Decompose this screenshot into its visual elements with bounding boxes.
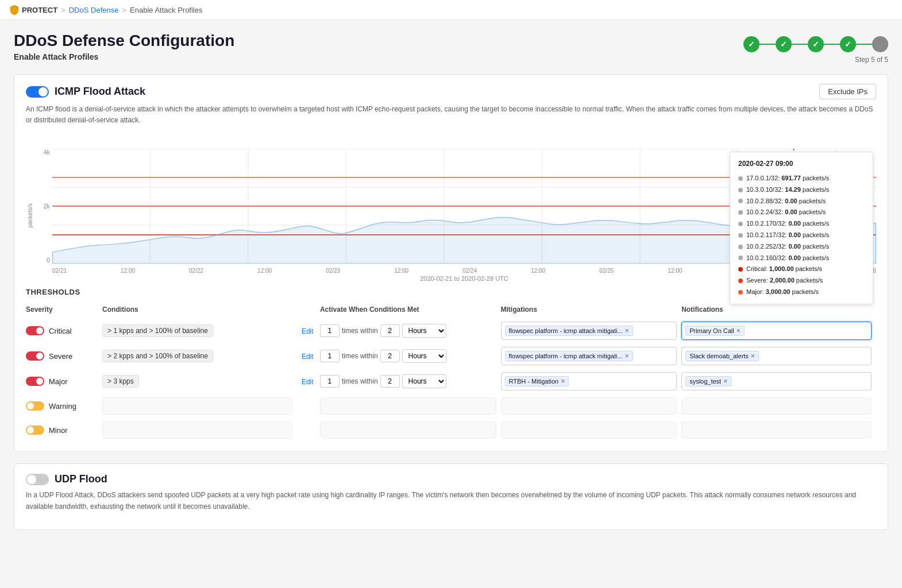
x-12-00-3: 12:00 xyxy=(394,268,408,274)
x-02-25: 02/25 xyxy=(599,268,614,274)
critical-times-input[interactable] xyxy=(320,324,340,337)
severe-mitigation-box[interactable]: flowspec platform - icmp attack mitigati… xyxy=(501,347,677,365)
major-notification-box[interactable]: syslog_test × xyxy=(681,372,872,390)
warning-activate-empty xyxy=(320,397,496,415)
critical-notification-box[interactable]: Primary On Call × xyxy=(681,322,872,340)
severe-times-input[interactable] xyxy=(320,350,340,362)
major-window-unit-select[interactable]: Hours Minutes Days xyxy=(402,374,446,388)
major-activate-row: times within Hours Minutes Days xyxy=(320,374,496,388)
major-notification-tag-remove[interactable]: × xyxy=(723,377,727,385)
minor-label: Minor xyxy=(49,426,68,435)
critical-conditions: > 1 kpps and > 100% of baseline xyxy=(102,318,297,343)
severe-notification-tag-remove[interactable]: × xyxy=(751,352,755,360)
minor-toggle[interactable] xyxy=(26,425,44,435)
tooltip-dot-2 xyxy=(738,199,743,203)
th-mitigations: Mitigations xyxy=(501,302,682,318)
severe-label: Severe xyxy=(49,352,72,361)
severe-mitigation: flowspec platform - icmp attack mitigati… xyxy=(501,343,682,369)
udp-toggle[interactable] xyxy=(26,474,49,485)
x-12-00-1: 12:00 xyxy=(121,268,135,274)
udp-header: UDP Flood xyxy=(26,473,876,485)
critical-times-label: times within xyxy=(342,327,378,335)
major-mitigation-tag-remove[interactable]: × xyxy=(561,377,565,385)
critical-window-unit-select[interactable]: Hours Minutes Days xyxy=(402,324,446,338)
udp-title: UDP Flood xyxy=(26,473,107,485)
tooltip-row-3: 10.0.2.24/32: 0.00 packets/s xyxy=(738,207,865,218)
chart-tooltip: 2020-02-27 09:00 17.0.0.1/32: 691.77 pac… xyxy=(730,152,873,304)
tooltip-dot-sev xyxy=(738,278,743,283)
th-activate: Activate When Conditions Met xyxy=(320,302,501,318)
tooltip-title: 2020-02-27 09:00 xyxy=(738,158,865,171)
step-4: ✓ xyxy=(840,36,856,52)
tooltip-dot-5 xyxy=(738,233,743,238)
tooltip-row-0: 17.0.0.1/32: 691.77 packets/s xyxy=(738,173,865,184)
tooltip-row-crit: Critical: 1,000.00 packets/s xyxy=(738,264,865,275)
severe-activate-row: times within Hours Minutes Days xyxy=(320,349,496,363)
breadcrumb-current: Enable Attack Profiles xyxy=(130,6,202,14)
severe-mitigation-tag-remove[interactable]: × xyxy=(625,352,629,360)
udp-toggle-knob xyxy=(27,475,36,484)
breadcrumb-sep-1: > xyxy=(61,6,65,14)
chart-wrapper: ↻ Refresh ⬚ View in Explorer packets/s 4… xyxy=(26,149,876,282)
warning-label: Warning xyxy=(49,402,76,411)
step-5 xyxy=(872,36,888,52)
th-conditions: Conditions xyxy=(102,302,297,318)
critical-mitigation-box[interactable]: flowspec platform - icmp attack mitigati… xyxy=(501,322,677,340)
minor-severity-cell: Minor xyxy=(26,425,98,435)
critical-toggle[interactable] xyxy=(26,326,44,335)
tooltip-dot-crit xyxy=(738,267,743,272)
y-tick-0: 0 xyxy=(47,257,50,264)
exclude-ips-button[interactable]: Exclude IPs xyxy=(819,84,876,99)
severe-edit-link[interactable]: Edit xyxy=(302,353,314,361)
major-condition-badge: > 3 kpps xyxy=(102,375,139,388)
th-empty xyxy=(297,302,320,318)
tooltip-dot-3 xyxy=(738,210,743,215)
critical-edit-link[interactable]: Edit xyxy=(302,327,314,335)
step-2: ✓ xyxy=(776,36,792,52)
tooltip-row-6: 10.0.2.252/32: 0.00 packets/s xyxy=(738,241,865,253)
major-mitigation-box[interactable]: RTBH - Mitigation × xyxy=(501,372,677,390)
severe-activate: times within Hours Minutes Days xyxy=(320,343,501,369)
critical-window-input[interactable] xyxy=(380,324,400,337)
tooltip-row-sev: Severe: 2,000.00 packets/s xyxy=(738,275,865,287)
udp-description: In a UDP Flood Attack, DDoS attackers se… xyxy=(26,490,876,512)
major-toggle[interactable] xyxy=(26,377,44,386)
minor-notification-empty xyxy=(681,421,872,439)
x-02-24: 02/24 xyxy=(462,268,477,274)
major-times-input[interactable] xyxy=(320,375,340,388)
row-warning: Warning xyxy=(26,394,876,418)
y-tick-2k: 2k xyxy=(43,203,50,210)
severe-mitigation-tag: flowspec platform - icmp attack mitigati… xyxy=(505,351,633,361)
severe-toggle[interactable] xyxy=(26,351,44,361)
x-02-22: 02/22 xyxy=(189,268,203,274)
breadcrumb-ddos[interactable]: DDoS Defense xyxy=(69,6,119,14)
severe-window-unit-select[interactable]: Hours Minutes Days xyxy=(402,349,446,363)
minor-mitigation-empty xyxy=(501,421,677,439)
page-header: DDoS Defense Configuration Enable Attack… xyxy=(14,32,888,64)
icmp-description: An ICMP flood is a denial-of-service att… xyxy=(26,104,876,126)
warning-toggle[interactable] xyxy=(26,401,44,411)
tooltip-row-7: 10.0.2.160/32: 0.00 packets/s xyxy=(738,253,865,264)
warning-severity-cell: Warning xyxy=(26,401,98,411)
warning-notification-empty xyxy=(681,397,872,415)
critical-mitigation: flowspec platform - icmp attack mitigati… xyxy=(501,318,682,343)
critical-mitigation-tag-remove[interactable]: × xyxy=(625,327,629,335)
tooltip-row-4: 10.0.2.170/32: 0.00 packets/s xyxy=(738,218,865,230)
header-left: DDoS Defense Configuration Enable Attack… xyxy=(14,32,234,61)
severe-window-input[interactable] xyxy=(380,350,400,362)
major-edit-link[interactable]: Edit xyxy=(302,378,314,386)
icmp-toggle[interactable] xyxy=(26,86,49,98)
icmp-card: ICMP Flood Attack Exclude IPs An ICMP fl… xyxy=(14,74,888,452)
thresholds-table: Severity Conditions Activate When Condit… xyxy=(26,302,876,442)
severe-notification-box[interactable]: Slack demoab_alerts × xyxy=(681,347,872,365)
major-severity-cell: Major xyxy=(26,377,98,386)
step-label: Step 5 of 5 xyxy=(743,56,888,64)
critical-notification-tag-remove[interactable]: × xyxy=(737,327,741,335)
step-line-2 xyxy=(792,44,808,45)
critical-mitigation-tag: flowspec platform - icmp attack mitigati… xyxy=(505,326,633,336)
th-notifications: Notifications xyxy=(681,302,876,318)
major-window-input[interactable] xyxy=(380,375,400,388)
x-12-00-5: 12:00 xyxy=(668,268,682,274)
major-mitigation: RTBH - Mitigation × xyxy=(501,369,682,394)
major-notification-tag: syslog_test × xyxy=(685,376,731,386)
